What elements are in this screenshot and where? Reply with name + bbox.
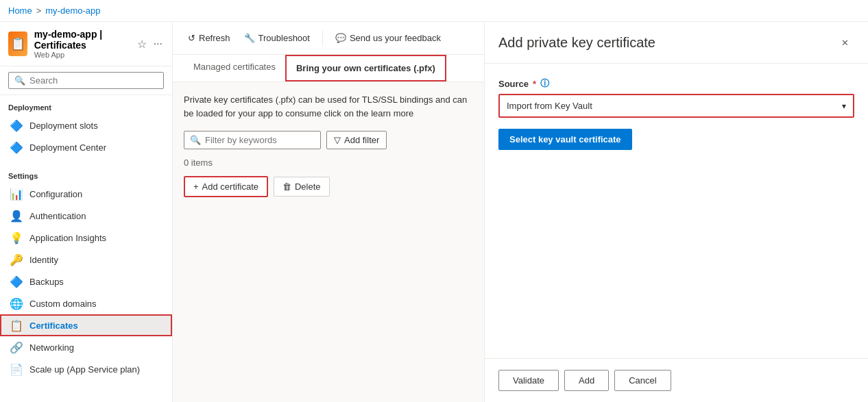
sidebar-header: 📋 my-demo-app | Certificates Web App ☆ ·…: [0, 22, 172, 66]
sidebar-item-authentication[interactable]: 👤 Authentication: [0, 205, 172, 227]
panel-body: Source * ⓘ Import from Key Vault Upload …: [485, 64, 868, 358]
sidebar-item-application-insights[interactable]: 💡 Application Insights: [0, 227, 172, 249]
filter-bar: 🔍 ▽ Add filter: [184, 131, 473, 149]
breadcrumb-app[interactable]: my-demo-app: [45, 5, 100, 16]
more-icon[interactable]: ···: [152, 36, 164, 51]
settings-section-title: Settings: [0, 169, 172, 183]
side-panel: Add private key certificate ✕ Source * ⓘ…: [484, 22, 868, 402]
refresh-label: Refresh: [199, 33, 230, 43]
select-key-vault-button[interactable]: Select key vault certificate: [498, 129, 632, 150]
sidebar-item-certificates[interactable]: 📋 Certificates: [0, 314, 172, 336]
refresh-icon: ↺: [188, 33, 195, 43]
add-cert-label: Add certificate: [202, 181, 258, 192]
application-insights-icon: 💡: [10, 231, 23, 244]
sidebar-app-info: my-demo-app | Certificates Web App: [34, 29, 129, 59]
add-icon: +: [193, 181, 199, 192]
content-body: Private key certificates (.pfx) can be u…: [173, 82, 484, 402]
sidebar-item-configuration[interactable]: 📊 Configuration: [0, 183, 172, 205]
source-label: Source * ⓘ: [498, 77, 854, 90]
troubleshoot-label: Troubleshoot: [258, 33, 310, 43]
sidebar-item-networking[interactable]: 🔗 Networking: [0, 336, 172, 358]
toolbar-separator: [322, 30, 323, 47]
sidebar-actions: ☆ ···: [136, 36, 164, 52]
identity-label: Identity: [29, 255, 58, 265]
sidebar: 📋 my-demo-app | Certificates Web App ☆ ·…: [0, 22, 173, 402]
delete-label: Delete: [295, 181, 321, 192]
items-count: 0 items: [184, 158, 473, 168]
breadcrumb-sep: >: [36, 5, 42, 16]
panel-title: Add private key certificate: [498, 35, 655, 51]
identity-icon: 🔑: [10, 253, 23, 266]
delete-button[interactable]: 🗑 Delete: [274, 177, 330, 197]
panel-header: Add private key certificate ✕: [485, 22, 868, 64]
search-icon: 🔍: [14, 75, 25, 86]
application-insights-label: Application Insights: [29, 233, 106, 243]
search-input[interactable]: [29, 75, 158, 86]
add-certificate-button[interactable]: + Add certificate: [184, 176, 268, 197]
feedback-button[interactable]: 💬 Send us your feedback: [331, 30, 445, 46]
networking-icon: 🔗: [10, 341, 23, 353]
add-filter-label: Add filter: [344, 135, 379, 145]
add-filter-button[interactable]: ▽ Add filter: [326, 131, 387, 149]
sidebar-search-container: 🔍: [0, 66, 172, 95]
select-vault-container: Select key vault certificate: [498, 129, 854, 150]
feedback-icon: 💬: [335, 33, 346, 43]
refresh-button[interactable]: ↺ Refresh: [184, 30, 234, 46]
breadcrumb-home[interactable]: Home: [8, 5, 32, 16]
deployment-section-title: Deployment: [0, 101, 172, 114]
sidebar-item-label: Deployment slots: [29, 121, 98, 131]
search-box[interactable]: 🔍: [8, 72, 164, 89]
deployment-center-icon: 🔷: [10, 141, 23, 153]
breadcrumb-bar: Home > my-demo-app: [0, 0, 868, 22]
breadcrumb: Home > my-demo-app: [8, 5, 100, 16]
sidebar-item-backups[interactable]: 🔷 Backups: [0, 271, 172, 292]
sidebar-item-scale-up[interactable]: 📄 Scale up (App Service plan): [0, 358, 172, 380]
authentication-icon: 👤: [10, 210, 23, 222]
validate-button[interactable]: Validate: [498, 370, 559, 391]
delete-icon: 🗑: [282, 181, 291, 192]
authentication-label: Authentication: [29, 211, 86, 221]
deployment-slots-icon: 🔷: [10, 119, 23, 131]
filter-search-icon: 🔍: [190, 135, 201, 145]
sidebar-app-subtitle: Web App: [34, 51, 129, 59]
sidebar-deployment-section: Deployment 🔷 Deployment slots 🔷 Deployme…: [0, 95, 172, 164]
sidebar-app-name: my-demo-app | Certificates: [34, 29, 129, 51]
source-select[interactable]: Import from Key Vault Upload certificate…: [500, 95, 853, 116]
info-icon[interactable]: ⓘ: [540, 77, 549, 90]
sidebar-item-deployment-slots[interactable]: 🔷 Deployment slots: [0, 114, 172, 136]
sidebar-settings-section: Settings 📊 Configuration 👤 Authenticatio…: [0, 164, 172, 386]
certificates-icon: 📋: [10, 319, 23, 331]
description-text: Private key certificates (.pfx) can be u…: [184, 93, 473, 120]
configuration-icon: 📊: [10, 188, 23, 200]
custom-domains-icon: 🌐: [10, 297, 23, 310]
cancel-button[interactable]: Cancel: [614, 370, 671, 391]
tab-own-certificates[interactable]: Bring your own certificates (.pfx): [285, 55, 446, 81]
troubleshoot-button[interactable]: 🔧 Troubleshoot: [240, 30, 314, 46]
filter-input-wrapper[interactable]: 🔍: [184, 131, 321, 149]
sidebar-item-label: Deployment Center: [29, 142, 106, 153]
scale-up-icon: 📄: [10, 363, 23, 375]
panel-close-button[interactable]: ✕: [835, 33, 854, 52]
close-icon: ✕: [841, 38, 849, 48]
feedback-label: Send us your feedback: [350, 33, 441, 43]
sidebar-item-custom-domains[interactable]: 🌐 Custom domains: [0, 292, 172, 314]
sidebar-item-deployment-center[interactable]: 🔷 Deployment Center: [0, 136, 172, 158]
backups-icon: 🔷: [10, 275, 23, 288]
app-icon: 📋: [8, 32, 27, 56]
sidebar-item-identity[interactable]: 🔑 Identity: [0, 249, 172, 271]
content-area: ↺ Refresh 🔧 Troubleshoot 💬 Send us your …: [173, 22, 484, 402]
filter-icon: ▽: [334, 135, 341, 145]
action-bar: + Add certificate 🗑 Delete: [184, 176, 473, 197]
content-tabs: Managed certificates Bring your own cert…: [173, 55, 484, 82]
favorite-icon[interactable]: ☆: [136, 36, 148, 52]
add-button[interactable]: Add: [564, 370, 609, 391]
tab-managed[interactable]: Managed certificates: [184, 55, 285, 81]
source-form-group: Source * ⓘ Import from Key Vault Upload …: [498, 77, 854, 118]
filter-input[interactable]: [205, 135, 320, 145]
content-toolbar: ↺ Refresh 🔧 Troubleshoot 💬 Send us your …: [173, 22, 484, 55]
troubleshoot-icon: 🔧: [244, 33, 255, 43]
source-select-wrapper: Import from Key Vault Upload certificate…: [498, 94, 854, 118]
required-indicator: *: [533, 79, 536, 89]
panel-footer: Validate Add Cancel: [485, 358, 868, 402]
